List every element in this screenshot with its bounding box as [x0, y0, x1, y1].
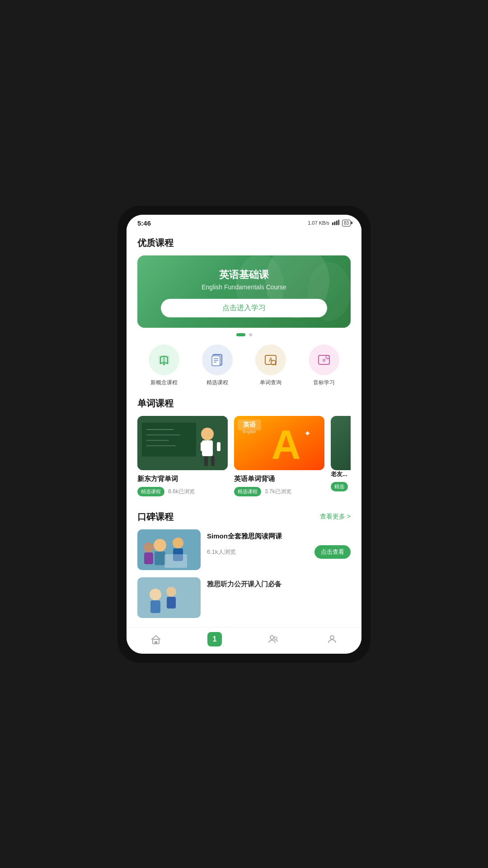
reputation-courses-header: 口碑课程 查看更多 > [137, 511, 351, 523]
nav-courses[interactable]: 1 [185, 632, 244, 646]
reputation-item-simon[interactable]: Simon全套雅思阅读网课 6.1k人浏览 点击查看 [137, 529, 351, 570]
dot-2[interactable] [249, 333, 252, 336]
svg-point-48 [173, 538, 183, 548]
reputation-title-simon: Simon全套雅思阅读网课 [207, 531, 351, 541]
course-card-xdf-img [137, 416, 228, 470]
word-courses-header: 单词课程 [137, 397, 351, 410]
phone-frame: 5:46 1.07 KB/s 83 优质课程 [117, 206, 371, 663]
signal-icon [332, 220, 339, 226]
course-card-vocab[interactable]: 英语 English A ✦ 英语单词背诵 精选课程 3.7k已浏览 [234, 416, 324, 496]
vocabulary-label: 单词查询 [260, 379, 282, 387]
category-grid: 新概念课程 [137, 344, 351, 387]
svg-point-62 [330, 636, 334, 639]
status-bar: 5:46 1.07 KB/s 83 [127, 215, 361, 230]
reputation-more-link[interactable]: 查看更多 > [320, 513, 351, 521]
banner-title-cn: 英语基础课 [146, 268, 342, 282]
partial-card-title: 老友... [331, 470, 351, 478]
svg-text:英语: 英语 [243, 421, 256, 428]
course-card-vocab-meta: 精选课程 3.7k已浏览 [234, 487, 324, 496]
reputation-title-2: 雅思听力公开课入门必备 [207, 579, 351, 589]
partial-card-tag: 精选 [331, 482, 348, 491]
svg-rect-51 [144, 552, 153, 564]
phone-screen: 5:46 1.07 KB/s 83 优质课程 [127, 215, 361, 654]
svg-rect-28 [142, 423, 196, 457]
nav-community[interactable] [244, 633, 303, 645]
banner[interactable]: 英语基础课 English Fundamentals Course 点击进入学习 [137, 255, 351, 328]
reputation-item-2[interactable]: 雅思听力公开课入门必备 [137, 577, 351, 618]
category-vocabulary[interactable]: A 单词查询 [255, 344, 286, 387]
svg-rect-52 [164, 554, 187, 568]
svg-rect-55 [150, 600, 160, 613]
selected-icon-wrap [202, 344, 233, 375]
dot-1[interactable] [236, 333, 245, 336]
quality-courses-title: 优质课程 [137, 237, 351, 249]
svg-point-33 [201, 428, 214, 440]
profile-icon [326, 633, 338, 645]
svg-point-61 [274, 637, 277, 640]
course-cards-list: 新东方背单词 精选课程 8.6k已浏览 [137, 416, 351, 500]
course-card-partial[interactable]: 老友... 精选 [331, 416, 351, 496]
svg-text:α: α [327, 356, 328, 359]
course-card-xdf[interactable]: 新东方背单词 精选课程 8.6k已浏览 [137, 416, 228, 496]
svg-rect-59 [155, 641, 157, 644]
banner-enter-button[interactable]: 点击进入学习 [161, 299, 327, 317]
vocabulary-icon-wrap: A [255, 344, 286, 375]
category-selected[interactable]: 精选课程 [202, 344, 233, 387]
reputation-img-2 [137, 577, 201, 618]
course-card-vocab-tag: 精选课程 [234, 487, 261, 496]
phonetics-label: 音标学习 [313, 379, 335, 387]
reputation-views-simon: 6.1k人浏览 [207, 548, 236, 556]
blackboard-image [137, 416, 228, 470]
new-concept-icon-wrap [149, 344, 179, 375]
bottom-nav: 1 [127, 627, 361, 654]
svg-point-56 [166, 587, 176, 597]
main-content: 优质课程 英语基础课 English Fundamentals Course 点 [127, 230, 361, 627]
svg-point-60 [270, 636, 274, 639]
svg-rect-57 [167, 597, 176, 609]
svg-text:A: A [272, 422, 301, 467]
course-card-vocab-views: 3.7k已浏览 [265, 488, 291, 495]
course-card-vocab-title: 英语单词背诵 [234, 475, 324, 483]
reputation-img-simon [137, 529, 201, 570]
category-new-concept[interactable]: 新概念课程 [149, 344, 179, 387]
banner-dots [137, 333, 351, 336]
partial-card-meta: 精选 [331, 482, 351, 491]
svg-rect-3 [338, 220, 339, 225]
phonetics-icon-wrap: α α [309, 344, 339, 375]
community-icon [267, 633, 279, 645]
svg-text:✦: ✦ [304, 429, 311, 438]
svg-point-50 [144, 542, 154, 552]
course-card-xdf-title: 新东方背单词 [137, 475, 228, 483]
svg-rect-36 [217, 442, 221, 451]
svg-rect-38 [211, 456, 215, 466]
partial-card-img [331, 416, 351, 470]
battery-icon: 83 [342, 220, 351, 226]
nav-home[interactable] [127, 633, 185, 645]
course-card-xdf-tag: 精选课程 [137, 487, 164, 496]
english-letter-image: 英语 English A ✦ [234, 416, 324, 470]
svg-point-54 [150, 589, 161, 600]
reputation-info-simon: Simon全套雅思阅读网课 6.1k人浏览 点击查看 [207, 529, 351, 559]
svg-text:English: English [243, 429, 256, 434]
banner-content: 英语基础课 English Fundamentals Course 点击进入学习 [146, 268, 342, 317]
reputation-btn-simon[interactable]: 点击查看 [314, 545, 351, 559]
svg-rect-47 [155, 552, 165, 565]
network-speed: 1.07 KB/s [308, 220, 329, 226]
svg-rect-35 [201, 442, 204, 451]
course-card-vocab-img: 英语 English A ✦ [234, 416, 324, 470]
category-phonetics[interactable]: α α 音标学习 [309, 344, 339, 387]
svg-point-46 [154, 539, 166, 552]
nav-profile[interactable] [303, 633, 361, 645]
status-time: 5:46 [137, 219, 151, 227]
svg-rect-37 [204, 456, 208, 466]
svg-rect-2 [336, 221, 338, 225]
course-card-xdf-meta: 精选课程 8.6k已浏览 [137, 487, 228, 496]
status-icons: 1.07 KB/s 83 [308, 220, 351, 226]
courses-icon: 1 [207, 632, 222, 646]
word-courses-title: 单词课程 [137, 397, 174, 410]
new-concept-label: 新概念课程 [150, 379, 178, 387]
reputation-info-2: 雅思听力公开课入门必备 [207, 577, 351, 593]
svg-rect-0 [332, 222, 333, 225]
reputation-courses-title: 口碑课程 [137, 511, 174, 523]
svg-point-9 [163, 363, 165, 365]
